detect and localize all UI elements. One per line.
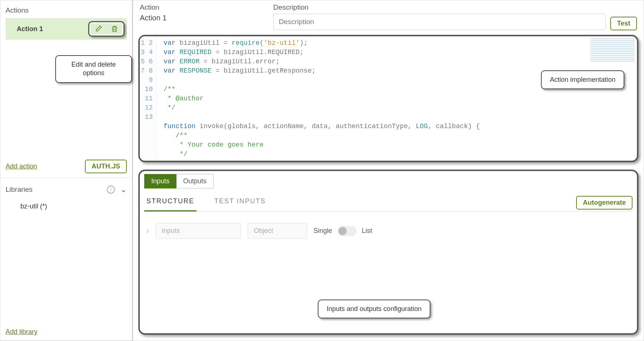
io-panel: Inputs Outputs STRUCTURE TEST INPUTS Aut… [138, 170, 638, 335]
tab-inputs[interactable]: Inputs [144, 174, 176, 188]
callout-action-impl: Action implementation [541, 70, 624, 89]
info-icon[interactable]: i [107, 185, 115, 194]
action-label: Action [140, 3, 273, 11]
auth-js-button[interactable]: AUTH.JS [85, 160, 127, 173]
add-library-link[interactable]: Add library [6, 328, 37, 336]
chevron-right-icon[interactable]: › [146, 227, 149, 235]
code-minimap[interactable] [590, 39, 635, 61]
code-gutter: 1 2 3 4 5 6 7 8 9 10 11 12 13 [140, 36, 157, 161]
add-action-link[interactable]: Add action [6, 163, 37, 170]
code-body[interactable]: var bizagiUtil = require('bz-util'); var… [157, 36, 637, 161]
action-value: Action 1 [140, 14, 273, 22]
io-subtabs: STRUCTURE TEST INPUTS [144, 194, 268, 211]
subtab-structure[interactable]: STRUCTURE [144, 194, 196, 211]
callout-io-config: Inputs and outputs configuration [318, 300, 430, 318]
tab-outputs[interactable]: Outputs [176, 174, 214, 188]
description-label: Description [273, 3, 606, 11]
libraries-header: Libraries i ⌄ [6, 182, 127, 194]
trash-icon[interactable] [110, 24, 119, 33]
libraries-footer: Add library [6, 324, 127, 336]
callout-edit-delete: Edit and delete options [55, 55, 132, 83]
libraries-section: Libraries i ⌄ bz-util (*) Add library [0, 178, 132, 341]
input-name-field[interactable]: inputs [156, 223, 241, 239]
action-list-item[interactable]: Action 1 [6, 18, 127, 40]
input-type-field[interactable]: Object [248, 223, 307, 239]
toggle-single-label: Single [314, 227, 332, 235]
toggle-list-label: List [362, 227, 372, 235]
action-item-label: Action 1 [17, 25, 43, 33]
io-tabs: Inputs Outputs [144, 174, 633, 188]
autogenerate-button[interactable]: Autogenerate [576, 196, 633, 210]
single-list-toggle[interactable]: Single List [314, 226, 372, 236]
edit-icon[interactable] [94, 24, 103, 33]
library-item[interactable]: bz-util (*) [6, 194, 127, 210]
structure-row: › inputs Object Single List [144, 212, 633, 250]
test-button[interactable]: Test [610, 17, 637, 30]
actions-section: Actions Action 1 Edit and delete options… [0, 0, 132, 178]
libraries-title: Libraries [6, 185, 33, 194]
description-input[interactable] [273, 14, 606, 30]
code-editor[interactable]: 1 2 3 4 5 6 7 8 9 10 11 12 13 var bizagi… [138, 35, 638, 162]
main-panel: Action Action 1 Description Test 1 2 3 4… [133, 0, 644, 341]
action-item-tools [88, 21, 125, 37]
actions-footer: Add action AUTH.JS [6, 156, 127, 173]
subtab-test-inputs[interactable]: TEST INPUTS [212, 194, 268, 211]
sidebar: Actions Action 1 Edit and delete options… [0, 0, 133, 341]
main-header: Action Action 1 Description Test [133, 0, 644, 30]
actions-header: Actions [6, 4, 127, 18]
chevron-down-icon[interactable]: ⌄ [120, 185, 127, 194]
toggle-switch[interactable] [337, 226, 357, 236]
